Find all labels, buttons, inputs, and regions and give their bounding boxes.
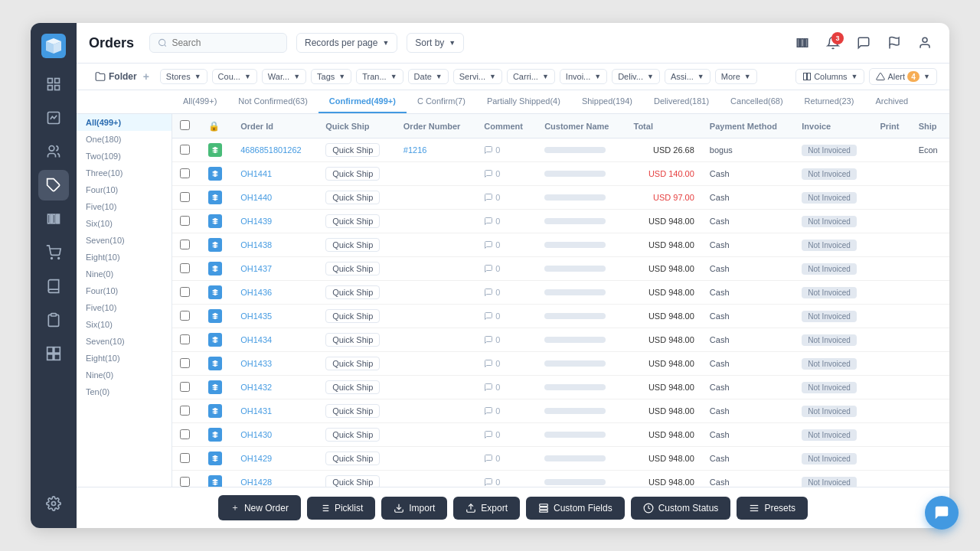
tab-delivered[interactable]: Delivered(181) xyxy=(643,90,720,113)
sidebar-item-settings[interactable] xyxy=(38,488,69,519)
chat-icon-btn[interactable] xyxy=(851,31,876,55)
tab-c-confirm[interactable]: C Confirm(7) xyxy=(407,90,476,113)
left-sidebar-item-two[interactable]: Two(109) xyxy=(77,148,172,165)
row-checkbox[interactable] xyxy=(180,334,190,344)
tab-all[interactable]: All(499+) xyxy=(172,90,227,113)
quick-ship-btn[interactable]: Quick Ship xyxy=(325,262,380,276)
row-checkbox[interactable] xyxy=(180,453,190,463)
row-checkbox[interactable] xyxy=(180,168,190,178)
search-input[interactable] xyxy=(172,37,279,48)
row-checkbox[interactable] xyxy=(180,429,190,439)
picklist-button[interactable]: Picklist xyxy=(307,497,375,520)
order-id-link[interactable]: OH1436 xyxy=(240,288,272,297)
select-all-checkbox[interactable] xyxy=(180,120,190,130)
quick-ship-btn[interactable]: Quick Ship xyxy=(325,214,380,228)
filter-invoice[interactable]: Invoi...▼ xyxy=(560,69,607,84)
left-sidebar-item-seven[interactable]: Seven(10) xyxy=(77,232,172,249)
filter-warehouse[interactable]: War...▼ xyxy=(262,69,306,84)
row-checkbox[interactable] xyxy=(180,145,190,155)
bell-icon-btn[interactable]: 3 xyxy=(821,31,845,55)
left-sidebar-item-three[interactable]: Three(10) xyxy=(77,165,172,181)
left-sidebar-item-nine[interactable]: Nine(0) xyxy=(77,266,172,282)
sidebar-item-cart[interactable] xyxy=(38,237,69,268)
left-sidebar-item-ten[interactable]: Ten(0) xyxy=(77,383,172,400)
quick-ship-btn[interactable]: Quick Ship xyxy=(325,285,380,299)
filter-carrier[interactable]: Carri...▼ xyxy=(507,69,555,84)
filter-assign[interactable]: Assi...▼ xyxy=(665,69,710,84)
filter-tags[interactable]: Tags▼ xyxy=(311,69,351,84)
left-sidebar-item-nine2[interactable]: Nine(0) xyxy=(77,367,172,383)
row-checkbox[interactable] xyxy=(180,406,190,416)
order-id-link[interactable]: OH1434 xyxy=(240,335,272,344)
quick-ship-btn[interactable]: Quick Ship xyxy=(325,404,380,418)
order-id-link[interactable]: 4686851801262 xyxy=(240,145,302,155)
quick-ship-btn[interactable]: Quick Ship xyxy=(325,238,380,252)
left-sidebar-item-five2[interactable]: Five(10) xyxy=(77,299,172,316)
left-sidebar-item-seven2[interactable]: Seven(10) xyxy=(77,333,172,350)
order-id-link[interactable]: OH1429 xyxy=(240,454,272,463)
left-sidebar-item-all[interactable]: All(499+) xyxy=(77,114,172,131)
custom-fields-button[interactable]: Custom Fields xyxy=(526,497,625,520)
sort-by-btn[interactable]: Sort by ▼ xyxy=(407,33,464,53)
order-id-link[interactable]: OH1428 xyxy=(240,478,272,487)
row-checkbox[interactable] xyxy=(180,382,190,392)
tab-shipped[interactable]: Shipped(194) xyxy=(571,90,643,113)
sidebar-item-book[interactable] xyxy=(38,271,69,302)
import-button[interactable]: Import xyxy=(381,497,447,520)
left-sidebar-item-eight2[interactable]: Eight(10) xyxy=(77,350,172,367)
order-id-link[interactable]: OH1430 xyxy=(240,430,272,439)
plus-icon[interactable]: + xyxy=(143,70,149,83)
tab-archived[interactable]: Archived xyxy=(864,90,919,113)
order-id-link[interactable]: OH1437 xyxy=(240,264,272,273)
records-per-page-btn[interactable]: Records per page ▼ xyxy=(296,33,397,53)
columns-btn[interactable]: Columns ▼ xyxy=(795,69,864,84)
filter-date[interactable]: Date▼ xyxy=(408,69,449,84)
tab-returned[interactable]: Returned(23) xyxy=(794,90,865,113)
filter-more[interactable]: More▼ xyxy=(715,69,757,84)
presets-button[interactable]: Presets xyxy=(737,497,808,520)
order-number-link[interactable]: #1216 xyxy=(403,145,427,155)
row-checkbox[interactable] xyxy=(180,263,190,273)
row-checkbox[interactable] xyxy=(180,311,190,321)
order-id-link[interactable]: OH1439 xyxy=(240,217,272,226)
chat-bubble[interactable] xyxy=(925,496,959,530)
sidebar-item-apps[interactable] xyxy=(38,338,69,369)
filter-transaction[interactable]: Tran...▼ xyxy=(356,69,403,84)
left-sidebar-item-six2[interactable]: Six(10) xyxy=(77,316,172,333)
row-checkbox[interactable] xyxy=(180,240,190,249)
filter-delivery[interactable]: Deliv...▼ xyxy=(612,69,660,84)
left-sidebar-item-four[interactable]: Four(10) xyxy=(77,181,172,198)
tab-cancelled[interactable]: Cancelled(68) xyxy=(720,90,793,113)
sidebar-item-chart[interactable] xyxy=(38,103,69,133)
left-sidebar-item-one[interactable]: One(180) xyxy=(77,131,172,148)
left-sidebar-item-four2[interactable]: Four(10) xyxy=(77,282,172,299)
order-id-link[interactable]: OH1432 xyxy=(240,383,272,392)
user-icon-btn[interactable] xyxy=(913,31,937,55)
order-id-link[interactable]: OH1438 xyxy=(240,240,272,249)
tab-partially-shipped[interactable]: Partially Shipped(4) xyxy=(476,90,571,113)
row-checkbox[interactable] xyxy=(180,216,190,226)
quick-ship-btn[interactable]: Quick Ship xyxy=(325,357,380,370)
quick-ship-btn[interactable]: Quick Ship xyxy=(325,333,380,347)
filter-stores[interactable]: Stores▼ xyxy=(160,69,207,84)
new-order-button[interactable]: ＋ New Order xyxy=(218,495,301,520)
quick-ship-btn[interactable]: Quick Ship xyxy=(325,143,380,157)
order-id-link[interactable]: OH1431 xyxy=(240,406,272,416)
quick-ship-btn[interactable]: Quick Ship xyxy=(325,191,380,204)
search-box[interactable] xyxy=(149,33,287,53)
alert-btn[interactable]: Alert 4 ▼ xyxy=(869,68,937,85)
row-checkbox[interactable] xyxy=(180,358,190,368)
quick-ship-btn[interactable]: Quick Ship xyxy=(325,167,380,181)
sidebar-item-barcode[interactable] xyxy=(38,204,69,234)
order-id-link[interactable]: OH1435 xyxy=(240,311,272,321)
order-id-link[interactable]: OH1441 xyxy=(240,169,272,178)
row-checkbox[interactable] xyxy=(180,477,190,487)
sidebar-item-tag[interactable] xyxy=(38,170,69,201)
tab-confirmed[interactable]: Confirmed(499+) xyxy=(318,90,407,113)
sidebar-item-grid[interactable] xyxy=(38,69,69,99)
quick-ship-btn[interactable]: Quick Ship xyxy=(325,380,380,394)
sidebar-item-clipboard[interactable] xyxy=(38,305,69,335)
folder-btn[interactable]: Folder + xyxy=(89,70,155,83)
custom-status-button[interactable]: Custom Status xyxy=(631,497,731,520)
tab-not-confirmed[interactable]: Not Confirmed(63) xyxy=(227,90,318,113)
